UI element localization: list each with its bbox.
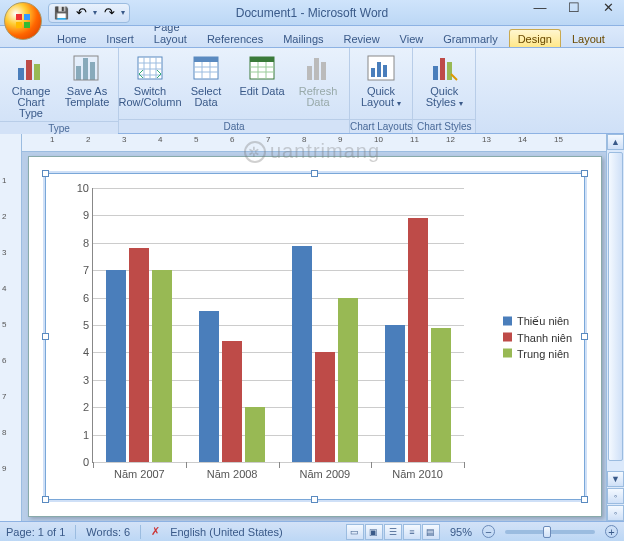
bar[interactable] xyxy=(129,248,149,462)
chevron-down-icon: ▾ xyxy=(397,99,401,108)
y-axis-label: 6 xyxy=(83,292,89,304)
tab-review[interactable]: Review xyxy=(335,29,389,47)
office-button[interactable] xyxy=(4,2,42,40)
switch-row-column-button[interactable]: Switch Row/Column xyxy=(123,50,177,110)
change-chart-type-button[interactable]: Change Chart Type xyxy=(4,50,58,121)
select-data-icon xyxy=(190,52,222,84)
select-data-button[interactable]: Select Data xyxy=(179,50,233,110)
zoom-slider[interactable] xyxy=(505,530,595,534)
zoom-slider-thumb[interactable] xyxy=(543,526,551,538)
resize-handle[interactable] xyxy=(581,496,588,503)
y-axis-label: 8 xyxy=(83,237,89,249)
bar[interactable] xyxy=(338,298,358,462)
status-words[interactable]: Words: 6 xyxy=(86,526,130,538)
status-language[interactable]: English (United States) xyxy=(170,526,283,538)
svg-rect-1 xyxy=(26,60,32,80)
view-print-layout-icon[interactable]: ▭ xyxy=(346,524,364,540)
proofing-icon[interactable]: ✗ xyxy=(151,525,160,538)
x-axis-label: Năm 2010 xyxy=(392,468,443,480)
edit-data-button[interactable]: Edit Data xyxy=(235,50,289,99)
title-bar: ▾ ▾ Document1 - Microsoft Word — ☐ ✕ xyxy=(0,0,624,26)
resize-handle[interactable] xyxy=(581,170,588,177)
group-label-chart-layouts: Chart Layouts xyxy=(350,119,412,133)
scroll-down-icon[interactable]: ▼ xyxy=(607,471,624,487)
tab-insert[interactable]: Insert xyxy=(97,29,143,47)
y-axis-label: 1 xyxy=(83,429,89,441)
edit-data-icon xyxy=(246,52,278,84)
scroll-up-icon[interactable]: ▲ xyxy=(607,134,624,150)
view-outline-icon[interactable]: ≡ xyxy=(403,524,421,540)
prev-page-icon[interactable]: ◦ xyxy=(607,488,624,504)
resize-handle[interactable] xyxy=(311,496,318,503)
redo-icon[interactable] xyxy=(101,5,117,21)
view-draft-icon[interactable]: ▤ xyxy=(422,524,440,540)
bar[interactable] xyxy=(199,311,219,462)
status-page[interactable]: Page: 1 of 1 xyxy=(6,526,65,538)
vertical-ruler[interactable]: 123456789 xyxy=(0,134,22,521)
tab-format[interactable]: Format xyxy=(616,29,624,47)
undo-icon[interactable] xyxy=(73,5,89,21)
legend-item[interactable]: Trung niên xyxy=(503,347,572,359)
tab-mailings[interactable]: Mailings xyxy=(274,29,332,47)
svg-rect-13 xyxy=(314,58,319,80)
close-button[interactable]: ✕ xyxy=(598,0,618,15)
zoom-level[interactable]: 95% xyxy=(450,526,472,538)
chart-legend[interactable]: Thiếu niênThanh niênTrung niên xyxy=(503,310,572,363)
bar[interactable] xyxy=(152,270,172,462)
resize-handle[interactable] xyxy=(581,333,588,340)
x-axis-label: Năm 2007 xyxy=(114,468,165,480)
tab-layout[interactable]: Layout xyxy=(563,29,614,47)
view-web-icon[interactable]: ☰ xyxy=(384,524,402,540)
bar[interactable] xyxy=(222,341,242,462)
bar[interactable] xyxy=(292,246,312,462)
maximize-button[interactable]: ☐ xyxy=(564,0,584,15)
tab-design[interactable]: Design xyxy=(509,29,561,47)
save-icon[interactable] xyxy=(53,5,69,21)
bar[interactable] xyxy=(315,352,335,462)
tab-view[interactable]: View xyxy=(391,29,433,47)
zoom-out-button[interactable]: − xyxy=(482,525,495,538)
legend-item[interactable]: Thanh niên xyxy=(503,331,572,343)
horizontal-ruler[interactable]: 123456789101112131415 xyxy=(22,134,606,152)
save-as-template-button[interactable]: Save As Template xyxy=(60,50,114,110)
page: 012345678910Năm 2007Năm 2008Năm 2009Năm … xyxy=(28,156,602,517)
quick-layout-button[interactable]: Quick Layout ▾ xyxy=(354,50,408,111)
chevron-down-icon: ▾ xyxy=(459,99,463,108)
svg-rect-16 xyxy=(371,68,375,77)
bar[interactable] xyxy=(106,270,126,462)
qat-customize-icon[interactable]: ▾ xyxy=(121,8,125,17)
chart-object[interactable]: 012345678910Năm 2007Năm 2008Năm 2009Năm … xyxy=(45,173,585,500)
view-full-screen-icon[interactable]: ▣ xyxy=(365,524,383,540)
tab-references[interactable]: References xyxy=(198,29,272,47)
template-icon xyxy=(71,52,103,84)
y-axis-label: 5 xyxy=(83,319,89,331)
quick-styles-button[interactable]: Quick Styles ▾ xyxy=(417,50,471,111)
chart-plot-area[interactable]: 012345678910Năm 2007Năm 2008Năm 2009Năm … xyxy=(92,188,464,463)
bar[interactable] xyxy=(431,328,451,462)
resize-handle[interactable] xyxy=(42,496,49,503)
legend-swatch xyxy=(503,333,512,342)
x-axis-label: Năm 2009 xyxy=(299,468,350,480)
group-type: Change Chart Type Save As Template Type xyxy=(0,48,119,133)
legend-item[interactable]: Thiếu niên xyxy=(503,314,572,327)
svg-rect-9 xyxy=(194,57,218,62)
next-page-icon[interactable]: ◦ xyxy=(607,505,624,521)
undo-dropdown-icon[interactable]: ▾ xyxy=(93,8,97,17)
bar[interactable] xyxy=(245,407,265,462)
minimize-button[interactable]: — xyxy=(530,0,550,15)
tab-grammarly[interactable]: Grammarly xyxy=(434,29,506,47)
zoom-in-button[interactable]: + xyxy=(605,525,618,538)
svg-rect-19 xyxy=(433,66,438,80)
resize-handle[interactable] xyxy=(42,333,49,340)
scroll-thumb[interactable] xyxy=(608,152,623,461)
bar[interactable] xyxy=(408,218,428,462)
document-area: 123456789 123456789101112131415 01234567… xyxy=(0,134,624,521)
bar[interactable] xyxy=(385,325,405,462)
vertical-scrollbar[interactable]: ▲ ▼ ◦ ◦ xyxy=(606,134,624,521)
resize-handle[interactable] xyxy=(311,170,318,177)
svg-rect-11 xyxy=(250,57,274,62)
y-axis-label: 2 xyxy=(83,401,89,413)
tab-home[interactable]: Home xyxy=(48,29,95,47)
refresh-data-button[interactable]: Refresh Data xyxy=(291,50,345,110)
resize-handle[interactable] xyxy=(42,170,49,177)
